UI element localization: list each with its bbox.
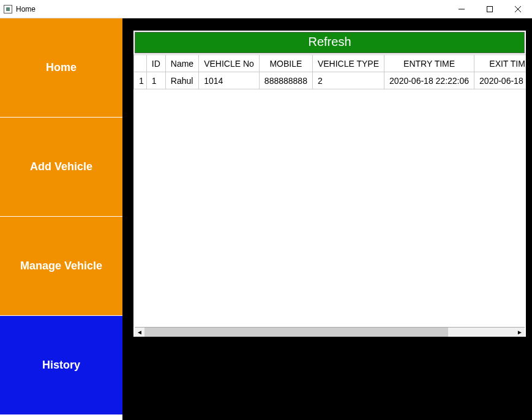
scrollbar-track[interactable]: [144, 328, 515, 337]
col-vehicle-type[interactable]: VEHICLE TYPE: [312, 55, 384, 72]
cell-mobile[interactable]: 888888888: [259, 72, 312, 89]
cell-exit-time[interactable]: 2020-06-18 22: [474, 72, 526, 89]
sidebar-item-label: Manage Vehicle: [20, 260, 102, 272]
sidebar-item-label: History: [42, 359, 80, 372]
titlebar: Home: [0, 0, 532, 18]
window-title: Home: [16, 5, 36, 13]
refresh-label: Refresh: [308, 35, 351, 48]
sidebar-item-label: Home: [46, 61, 77, 74]
app-body: Home Add Vehicle Manage Vehicle History …: [0, 18, 532, 420]
cell-name[interactable]: Rahul: [165, 72, 198, 89]
col-vehicle-no[interactable]: VEHICLE No: [199, 55, 260, 72]
cell-entry-time[interactable]: 2020-06-18 22:22:06: [384, 72, 474, 89]
sidebar-item-history[interactable]: History: [0, 316, 122, 415]
cell-vehicle-type[interactable]: 2: [312, 72, 384, 89]
sidebar: Home Add Vehicle Manage Vehicle History: [0, 18, 122, 420]
table-corner: [134, 55, 147, 72]
window-controls: [448, 0, 532, 18]
scroll-right-arrow-icon[interactable]: ►: [515, 328, 525, 337]
maximize-button[interactable]: [476, 0, 504, 18]
horizontal-scrollbar[interactable]: ◄ ►: [135, 327, 525, 337]
refresh-button[interactable]: Refresh: [135, 32, 525, 53]
scrollbar-thumb[interactable]: [144, 328, 448, 337]
sidebar-item-add-vehicle[interactable]: Add Vehicle: [0, 118, 122, 217]
svg-rect-1: [487, 6, 493, 12]
scroll-left-arrow-icon[interactable]: ◄: [135, 328, 144, 337]
table-row[interactable]: 1 1 Rahul 1014 888888888 2 2020-06-18 22…: [134, 72, 526, 89]
col-exit-time[interactable]: EXIT TIM: [474, 55, 526, 72]
sidebar-item-label: Add Vehicle: [30, 160, 92, 173]
cell-id[interactable]: 1: [146, 72, 165, 89]
main-content: Refresh: [122, 18, 532, 420]
table-container: ID Name VEHICLE No MOBILE VEHICLE TYPE E…: [133, 54, 526, 337]
col-id[interactable]: ID: [146, 55, 165, 72]
sidebar-item-home[interactable]: Home: [0, 18, 122, 118]
titlebar-left: Home: [4, 5, 36, 13]
col-entry-time[interactable]: ENTRY TIME: [384, 55, 474, 72]
col-mobile[interactable]: MOBILE: [259, 55, 312, 72]
table-header-row: ID Name VEHICLE No MOBILE VEHICLE TYPE E…: [134, 55, 526, 72]
col-name[interactable]: Name: [165, 55, 198, 72]
data-panel: Refresh: [133, 31, 526, 337]
sidebar-item-manage-vehicle[interactable]: Manage Vehicle: [0, 217, 122, 316]
data-table: ID Name VEHICLE No MOBILE VEHICLE TYPE E…: [133, 54, 526, 89]
minimize-button[interactable]: [448, 0, 476, 18]
cell-vehicle-no[interactable]: 1014: [199, 72, 260, 89]
app-icon: [4, 5, 12, 13]
rownum-cell: 1: [134, 72, 147, 89]
close-button[interactable]: [504, 0, 532, 18]
